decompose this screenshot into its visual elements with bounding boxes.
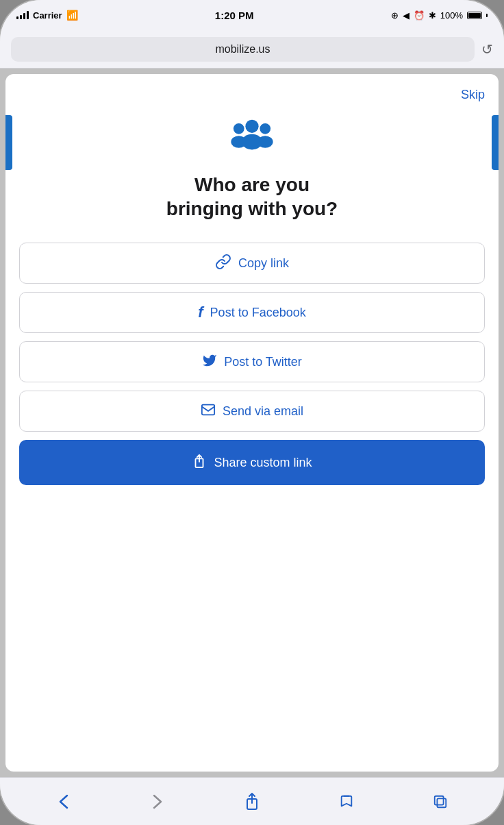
svg-rect-10 — [438, 798, 446, 807]
email-label: Send via email — [223, 404, 303, 419]
share-icon — [192, 454, 207, 472]
share-custom-link-button[interactable]: Share custom link — [19, 440, 485, 485]
email-icon — [201, 402, 216, 421]
forward-button[interactable] — [142, 787, 173, 817]
browser-bar: mobilize.us ↺ — [0, 30, 504, 69]
facebook-button[interactable]: f Post to Facebook — [19, 292, 485, 333]
heading-line1: Who are you — [194, 174, 310, 195]
svg-point-5 — [242, 134, 262, 150]
skip-button[interactable]: Skip — [461, 88, 485, 102]
twitter-button[interactable]: Post to Twitter — [19, 341, 485, 382]
status-right: ⊕ ◀ ⏰ ✱ 100% — [391, 10, 488, 21]
status-time: 1:20 PM — [215, 10, 254, 21]
card-accent-left — [5, 115, 12, 170]
link-icon — [215, 254, 231, 273]
copy-link-icon — [215, 254, 231, 270]
status-left: Carrier 📶 — [16, 10, 78, 21]
facebook-label: Post to Facebook — [210, 306, 306, 320]
card: Skip Who are you bringing with you? — [5, 74, 499, 772]
group-people-icon — [228, 116, 276, 153]
battery-tip — [486, 14, 488, 17]
card-accent-right — [492, 115, 499, 170]
svg-point-4 — [245, 120, 258, 133]
url-text: mobilize.us — [215, 43, 270, 56]
twitter-icon — [202, 353, 217, 371]
email-button[interactable]: Send via email — [19, 391, 485, 432]
status-bar: Carrier 📶 1:20 PM ⊕ ◀ ⏰ ✱ 100% — [0, 0, 504, 30]
bluetooth-icon: ✱ — [429, 10, 436, 21]
signal-bars — [16, 11, 29, 19]
page-heading: Who are you bringing with you? — [166, 173, 338, 221]
facebook-icon: f — [198, 304, 203, 321]
wifi-icon: 📶 — [66, 10, 78, 21]
bookmarks-button[interactable] — [331, 787, 362, 817]
twitter-label: Post to Twitter — [224, 355, 302, 369]
battery-percent: 100% — [440, 10, 463, 21]
group-icon — [228, 116, 276, 159]
svg-rect-9 — [435, 796, 444, 804]
signal-bar-3 — [23, 13, 25, 19]
phone-frame: Carrier 📶 1:20 PM ⊕ ◀ ⏰ ✱ 100% mobilize.… — [0, 0, 504, 825]
action-buttons: Copy link f Post to Facebook Post to Twi… — [19, 243, 485, 485]
signal-bar-4 — [27, 11, 29, 19]
heading-line2: bringing with you? — [166, 198, 338, 219]
content-wrapper: Skip Who are you bringing with you? — [0, 69, 504, 777]
back-button[interactable] — [49, 787, 79, 817]
alarm-icon: ⏰ — [414, 10, 425, 21]
copy-link-button[interactable]: Copy link — [19, 243, 485, 284]
tabs-button[interactable] — [425, 787, 455, 817]
svg-point-2 — [260, 123, 270, 134]
svg-point-0 — [234, 123, 244, 134]
share-button[interactable] — [237, 787, 267, 817]
refresh-button[interactable]: ↺ — [481, 41, 493, 58]
signal-bar-2 — [20, 15, 22, 19]
bottom-bar — [0, 777, 504, 825]
share-custom-link-label: Share custom link — [214, 456, 312, 470]
navigation-icon: ◀ — [403, 10, 410, 21]
signal-bar-1 — [16, 16, 18, 19]
location-icon: ⊕ — [391, 10, 399, 21]
copy-link-label: Copy link — [238, 256, 289, 271]
svg-rect-6 — [202, 404, 214, 415]
url-bar[interactable]: mobilize.us — [11, 37, 475, 62]
carrier-label: Carrier — [33, 10, 62, 21]
battery-icon — [467, 12, 482, 19]
